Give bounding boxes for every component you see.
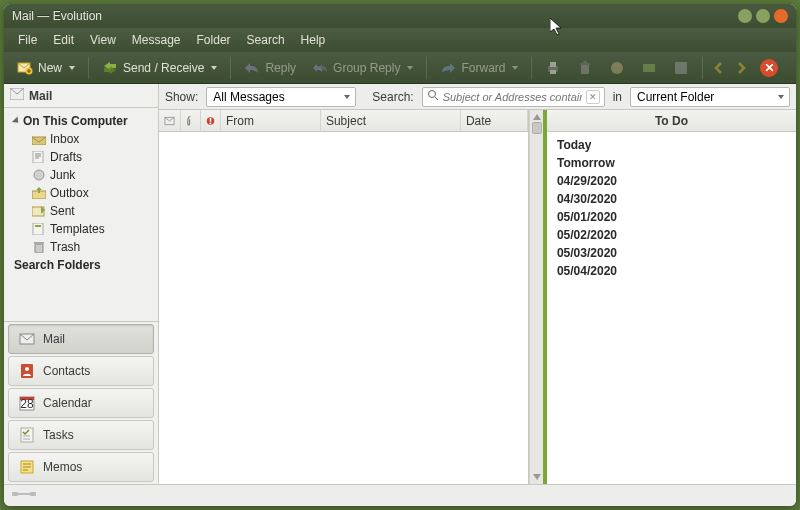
clear-search-icon[interactable]: ✕ — [586, 90, 600, 104]
col-subject[interactable]: Subject — [321, 110, 461, 131]
col-from[interactable]: From — [221, 110, 321, 131]
menu-file[interactable]: File — [10, 30, 45, 50]
search-icon — [427, 89, 439, 104]
todo-item[interactable]: 05/01/2020 — [557, 208, 786, 226]
col-flag[interactable] — [159, 110, 181, 131]
todo-item[interactable]: Today — [557, 136, 786, 154]
forward-button[interactable]: Forward — [433, 56, 525, 80]
mark-button[interactable] — [666, 56, 696, 80]
todo-item[interactable]: 05/03/2020 — [557, 244, 786, 262]
sidebar-header[interactable]: Mail — [4, 84, 158, 108]
chevron-down-icon — [211, 66, 217, 70]
todo-item[interactable]: 04/29/2020 — [557, 172, 786, 190]
group-reply-icon — [312, 60, 328, 76]
new-label: New — [38, 61, 62, 75]
folder-outbox[interactable]: Outbox — [4, 184, 158, 202]
in-combo[interactable]: Current Folder — [630, 87, 790, 107]
trash-folder-icon — [32, 241, 46, 253]
titlebar[interactable]: Mail — Evolution — [4, 4, 796, 28]
todo-item[interactable]: Tomorrow — [557, 154, 786, 172]
search-label: Search: — [372, 90, 413, 104]
message-list-header: From Subject Date — [159, 110, 528, 132]
switcher-contacts[interactable]: Contacts — [8, 356, 154, 386]
stop-button[interactable] — [753, 55, 785, 81]
reply-label: Reply — [265, 61, 296, 75]
scroll-thumb[interactable] — [532, 122, 542, 134]
svg-rect-32 — [210, 118, 212, 122]
sent-icon — [32, 205, 46, 217]
svg-rect-33 — [210, 122, 212, 124]
next-button[interactable] — [731, 58, 751, 78]
col-important[interactable] — [201, 110, 221, 131]
group-reply-button[interactable]: Group Reply — [305, 56, 420, 80]
menu-search[interactable]: Search — [239, 30, 293, 50]
svg-point-29 — [428, 91, 435, 98]
tree-search-folders[interactable]: Search Folders — [4, 256, 158, 274]
new-button[interactable]: New — [10, 56, 82, 80]
col-attachment[interactable] — [181, 110, 201, 131]
message-list: From Subject Date — [159, 110, 529, 484]
outbox-icon — [32, 187, 46, 199]
folder-inbox[interactable]: Inbox — [4, 130, 158, 148]
calendar-icon: 28 — [19, 395, 35, 411]
delete-button[interactable] — [570, 56, 600, 80]
switcher-memos[interactable]: Memos — [8, 452, 154, 482]
scroll-down-icon[interactable] — [532, 472, 542, 482]
svg-rect-13 — [33, 151, 43, 163]
tree-root[interactable]: On This Computer — [4, 112, 158, 130]
send-receive-button[interactable]: Send / Receive — [95, 56, 224, 80]
memos-icon — [19, 459, 35, 475]
menu-help[interactable]: Help — [293, 30, 334, 50]
minimize-button[interactable] — [738, 9, 752, 23]
folder-junk[interactable]: Junk — [4, 166, 158, 184]
menu-message[interactable]: Message — [124, 30, 189, 50]
folder-trash[interactable]: Trash — [4, 238, 158, 256]
folder-templates[interactable]: Templates — [4, 220, 158, 238]
menu-edit[interactable]: Edit — [45, 30, 82, 50]
menu-view[interactable]: View — [82, 30, 124, 50]
print-button[interactable] — [538, 56, 568, 80]
chevron-down-icon — [407, 66, 413, 70]
close-button[interactable] — [774, 9, 788, 23]
reply-icon — [244, 60, 260, 76]
online-icon[interactable] — [12, 488, 36, 503]
filter-bar: Show: All Messages Search: ✕ in Current … — [159, 84, 796, 110]
prev-button[interactable] — [709, 58, 729, 78]
svg-point-23 — [25, 367, 29, 371]
todo-header[interactable]: To Do — [547, 110, 796, 132]
flag-icon — [164, 115, 175, 127]
switcher-calendar[interactable]: 28Calendar — [8, 388, 154, 418]
scroll-up-icon[interactable] — [532, 112, 542, 122]
todo-item[interactable]: 04/30/2020 — [557, 190, 786, 208]
svg-rect-18 — [35, 225, 41, 227]
maximize-button[interactable] — [756, 9, 770, 23]
show-combo[interactable]: All Messages — [206, 87, 356, 107]
search-box[interactable]: ✕ — [422, 87, 605, 107]
menu-folder[interactable]: Folder — [189, 30, 239, 50]
expander-icon — [12, 116, 21, 125]
col-date[interactable]: Date — [461, 110, 528, 131]
stop-icon — [760, 59, 778, 77]
mail-icon — [10, 88, 24, 103]
inbox-icon — [32, 133, 46, 145]
print-icon — [545, 60, 561, 76]
message-list-body[interactable] — [159, 132, 528, 484]
todo-item[interactable]: 05/02/2020 — [557, 226, 786, 244]
switcher-mail[interactable]: Mail — [8, 324, 154, 354]
reply-button[interactable]: Reply — [237, 56, 303, 80]
tasks-icon — [19, 427, 35, 443]
folder-sent[interactable]: Sent — [4, 202, 158, 220]
vscrollbar[interactable] — [529, 110, 543, 484]
not-junk-button[interactable] — [634, 56, 664, 80]
folder-drafts[interactable]: Drafts — [4, 148, 158, 166]
forward-label: Forward — [461, 61, 505, 75]
chevron-down-icon — [512, 66, 518, 70]
search-input[interactable] — [443, 91, 582, 103]
svg-rect-6 — [580, 63, 590, 65]
svg-rect-9 — [643, 64, 655, 72]
switcher-tasks[interactable]: Tasks — [8, 420, 154, 450]
send-receive-icon — [102, 60, 118, 76]
svg-rect-34 — [12, 492, 18, 496]
junk-button[interactable] — [602, 56, 632, 80]
todo-item[interactable]: 05/04/2020 — [557, 262, 786, 280]
